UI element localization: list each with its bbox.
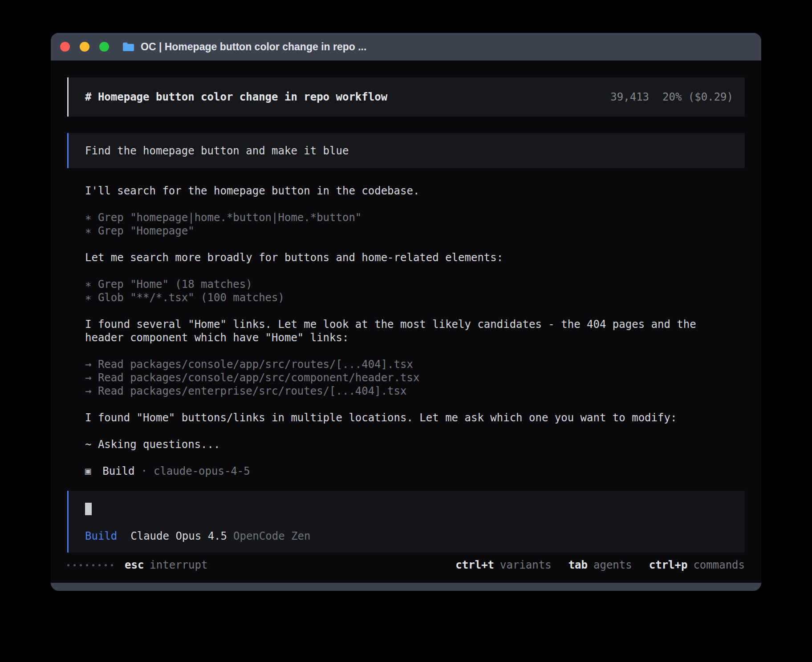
active-model-label: Claude Opus 4.5	[130, 529, 227, 543]
tool-call-line: ∗ Grep "Homepage"	[85, 224, 733, 238]
tool-call-line: ∗ Glob "**/*.tsx" (100 matches)	[85, 291, 733, 304]
terminal-content: # Homepage button color change in repo w…	[51, 61, 761, 583]
shortcut-key: ctrl+t	[455, 558, 494, 572]
separator-dot: ·	[141, 464, 147, 478]
folder-icon	[122, 42, 134, 52]
statusbar-left: esc interrupt	[67, 558, 207, 572]
prompt-line	[85, 502, 733, 516]
active-agent-label: Build	[85, 529, 117, 543]
tool-call-line: → Read packages/enterprise/src/routes/[.…	[85, 384, 733, 398]
statusbar: esc interrupt ctrl+t variants tab agents…	[67, 558, 745, 572]
assistant-message: I'll search for the homepage button in t…	[85, 184, 733, 198]
prompt-input[interactable]: Build Claude Opus 4.5 OpenCode Zen	[67, 491, 745, 553]
shortcut-label: commands	[693, 558, 745, 572]
user-message: Find the homepage button and make it blu…	[67, 133, 745, 168]
maximize-button[interactable]	[99, 42, 109, 52]
terminal-window: OC | Homepage button color change in rep…	[51, 33, 761, 591]
shortcut-label: variants	[500, 558, 552, 572]
window-controls	[60, 42, 109, 52]
close-button[interactable]	[60, 42, 70, 52]
user-message-text: Find the homepage button and make it blu…	[85, 144, 349, 157]
assistant-message: ~ Asking questions...	[85, 438, 733, 451]
window-title: OC | Homepage button color change in rep…	[141, 41, 366, 53]
text-cursor	[85, 503, 92, 515]
mode-row: Build Claude Opus 4.5 OpenCode Zen	[85, 529, 733, 543]
shortcut-commands: ctrl+p commands	[649, 558, 745, 572]
agent-icon: ▣	[85, 464, 91, 478]
session-title: # Homepage button color change in repo w…	[85, 90, 387, 104]
shortcut-variants: ctrl+t variants	[455, 558, 551, 572]
shortcut-key: ctrl+p	[649, 558, 688, 572]
tool-call-line: ∗ Grep "Home" (18 matches)	[85, 278, 733, 291]
progress-dots	[67, 564, 113, 566]
assistant-message: Let me search more broadly for buttons a…	[85, 251, 733, 264]
context-usage: 20% ($0.29)	[662, 90, 733, 104]
shortcut-agents: tab agents	[568, 558, 632, 572]
tool-call-line: → Read packages/console/app/src/routes/[…	[85, 358, 733, 371]
titlebar: OC | Homepage button color change in rep…	[51, 33, 761, 61]
desktop-background: OC | Homepage button color change in rep…	[0, 0, 812, 662]
tool-call-line: ∗ Grep "homepage|home.*button|Home.*butt…	[85, 211, 733, 224]
statusbar-right: ctrl+t variants tab agents ctrl+p comman…	[455, 558, 745, 572]
shortcut-key: tab	[568, 558, 588, 572]
model-name: claude-opus-4-5	[154, 464, 250, 478]
token-count: 39,413	[610, 90, 649, 104]
chat-transcript: I'll search for the homepage button in t…	[85, 184, 733, 478]
session-stats: 39,413 20% ($0.29)	[610, 90, 733, 104]
minimize-button[interactable]	[80, 42, 89, 52]
tool-call-line: → Read packages/console/app/src/componen…	[85, 371, 733, 384]
assistant-message: I found several "Home" links. Let me loo…	[85, 318, 733, 344]
interrupt-label: interrupt	[150, 558, 207, 572]
agent-name: Build	[102, 464, 134, 478]
esc-key: esc	[125, 558, 144, 572]
agent-status-line: ▣ Build · claude-opus-4-5	[85, 464, 733, 478]
shortcut-label: agents	[593, 558, 632, 572]
provider-label: OpenCode Zen	[233, 529, 310, 543]
session-header: # Homepage button color change in repo w…	[67, 77, 745, 117]
assistant-message: I found "Home" buttons/links in multiple…	[85, 411, 733, 424]
